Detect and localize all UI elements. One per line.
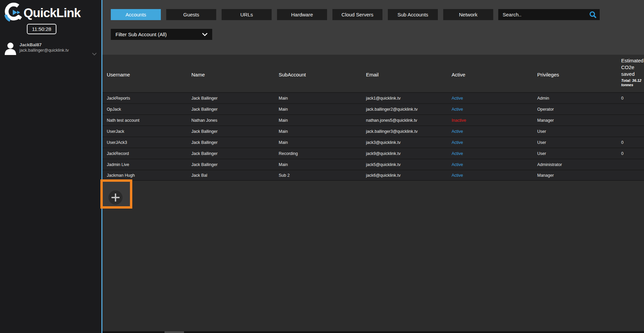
cell-name: Jack Ballinger xyxy=(191,96,279,101)
column-header-email: Email xyxy=(366,55,452,92)
app-title: QuickLink xyxy=(24,6,81,20)
cell-active: Active xyxy=(452,173,537,178)
cell-username: Jadmin Live xyxy=(107,162,191,167)
cell-username: UserJAck3 xyxy=(107,140,191,145)
chevron-down-icon xyxy=(202,32,208,37)
cell-subaccount: Main xyxy=(279,96,366,101)
tab-hardware[interactable]: Hardware xyxy=(277,9,327,20)
cell-name: Jack Ballinger xyxy=(191,162,279,167)
cell-email: jack9@quicklink.tv xyxy=(366,151,452,156)
table-row[interactable]: Nath test accountNathan JonesMainnathan.… xyxy=(102,114,644,125)
table-row[interactable]: Jackman HughJack BalSub 2jack6@quicklink… xyxy=(102,170,644,181)
sidebar: QuickLink 11:50:28 JackBal87 jack.ballin… xyxy=(0,0,102,333)
cell-privileges: Admin xyxy=(537,96,621,101)
chevron-down-icon xyxy=(92,51,97,57)
cell-username: JackReports xyxy=(107,96,191,101)
cell-privileges: User xyxy=(537,151,621,156)
table-row[interactable]: Jadmin LiveJack BallingerMainjack5@quick… xyxy=(102,159,644,170)
table-body: JackReportsJack BallingerMainjack1@quick… xyxy=(102,92,644,181)
cell-email: jack6@quicklink.tv xyxy=(366,173,452,178)
cell-privileges: Administrator xyxy=(537,162,621,167)
cell-email: jack3@quicklink.tv xyxy=(366,140,452,145)
search-icon[interactable] xyxy=(589,11,597,20)
cell-name: Jack Bal xyxy=(191,173,279,178)
column-header-subaccount: SubAccount xyxy=(279,55,366,92)
horizontal-scrollbar-thumb[interactable] xyxy=(165,331,184,333)
tab-sub-accounts[interactable]: Sub Accounts xyxy=(388,9,438,20)
cell-co2: 0 xyxy=(621,151,644,156)
cell-privileges: User xyxy=(537,140,621,145)
cell-subaccount: Main xyxy=(279,129,366,134)
cell-username: Jackman Hugh xyxy=(107,173,191,178)
column-header-username: Username xyxy=(107,55,191,92)
cell-privileges: Manager xyxy=(537,118,621,123)
tab-accounts[interactable]: Accounts xyxy=(111,9,161,20)
cell-subaccount: Main xyxy=(279,140,366,145)
user-avatar-icon xyxy=(4,42,17,56)
tab-urls[interactable]: URLs xyxy=(222,9,272,20)
tab-guests[interactable]: Guests xyxy=(166,9,216,20)
cell-email: nathan.jones5@quicklink.tv xyxy=(366,118,452,123)
cell-active: Active xyxy=(452,129,537,134)
co2e-total: Total: 36.12 tonnes xyxy=(621,77,644,87)
cell-active: Active xyxy=(452,162,537,167)
cell-privileges: Operator xyxy=(537,107,621,112)
cell-username: Nath test account xyxy=(107,118,191,123)
table-row[interactable]: UserJAck3Jack BallingerMainjack3@quickli… xyxy=(102,136,644,148)
column-header-name: Name xyxy=(191,55,279,92)
cell-name: Jack Ballinger xyxy=(191,129,279,134)
table-row[interactable]: JackRecordJack BallingerRecordingjack9@q… xyxy=(102,148,644,159)
column-header-co2e-saved: Estimated CO2e saved Total: 36.12 tonnes xyxy=(621,55,644,92)
app-logo: QuickLink xyxy=(3,3,81,23)
cell-name: Jack Ballinger xyxy=(191,107,279,112)
cell-co2: 0 xyxy=(621,140,644,145)
cell-email: jack.ballinger2@quicklink.tv xyxy=(366,107,452,112)
user-email: jack.ballinger@quicklink.tv xyxy=(19,48,69,53)
cell-co2: 0 xyxy=(621,96,644,101)
cell-email: jack1@quicklink.tv xyxy=(366,96,452,101)
table-header: Username Name SubAccount Email Active Pr… xyxy=(102,55,644,92)
table-row[interactable]: OpJackJack BallingerMainjack.ballinger2@… xyxy=(102,103,644,114)
user-account-menu[interactable]: JackBal87 jack.ballinger@quicklink.tv xyxy=(3,41,100,56)
cell-active: Active xyxy=(452,140,537,145)
cell-subaccount: Recording xyxy=(279,151,366,156)
tab-network[interactable]: Network xyxy=(443,9,493,20)
table-row[interactable]: JackReportsJack BallingerMainjack1@quick… xyxy=(102,92,644,103)
cell-email: jack5@quicklink.tv xyxy=(366,162,452,167)
highlight-annotation xyxy=(100,179,132,209)
accounts-table: Username Name SubAccount Email Active Pr… xyxy=(102,55,644,332)
cell-username: OpJack xyxy=(107,107,191,112)
cell-subaccount: Main xyxy=(279,107,366,112)
cell-active: Active xyxy=(452,107,537,112)
search-input[interactable] xyxy=(498,9,586,20)
search-box xyxy=(498,9,600,20)
main-content: AccountsGuestsURLsHardwareCloud ServersS… xyxy=(102,0,644,333)
cell-username: UserJack xyxy=(107,129,191,134)
cell-privileges: User xyxy=(537,129,621,134)
cell-name: Jack Ballinger xyxy=(191,140,279,145)
user-name: JackBal87 xyxy=(19,42,42,47)
cell-subaccount: Main xyxy=(279,118,366,123)
add-account-button[interactable] xyxy=(108,190,123,205)
column-header-privileges: Privileges xyxy=(537,55,621,92)
cell-subaccount: Sub 2 xyxy=(279,173,366,178)
cell-active: Active xyxy=(452,151,537,156)
cell-active: Inactive xyxy=(452,118,537,123)
quicklink-app: QuickLink 11:50:28 JackBal87 jack.ballin… xyxy=(0,0,644,333)
tab-cloud-servers[interactable]: Cloud Servers xyxy=(332,9,382,20)
sub-account-filter-dropdown[interactable]: Filter Sub Account (All) xyxy=(111,29,212,40)
cell-active: Active xyxy=(452,96,537,101)
cell-email: jack.ballinger3@quicklink.tv xyxy=(366,129,452,134)
cell-name: Nathan Jones xyxy=(191,118,279,123)
cell-subaccount: Main xyxy=(279,162,366,167)
cell-privileges: Manager xyxy=(537,173,621,178)
column-header-active: Active xyxy=(452,55,537,92)
filter-label: Filter Sub Account (All) xyxy=(116,32,167,37)
horizontal-scrollbar[interactable] xyxy=(102,331,644,333)
table-row[interactable]: UserJackJack BallingerMainjack.ballinger… xyxy=(102,125,644,136)
quicklink-logo-icon xyxy=(3,3,24,23)
clock-display: 11:50:28 xyxy=(27,24,56,34)
cell-username: JackRecord xyxy=(107,151,191,156)
cell-name: Jack Ballinger xyxy=(191,151,279,156)
nav-tabs: AccountsGuestsURLsHardwareCloud ServersS… xyxy=(111,9,493,20)
